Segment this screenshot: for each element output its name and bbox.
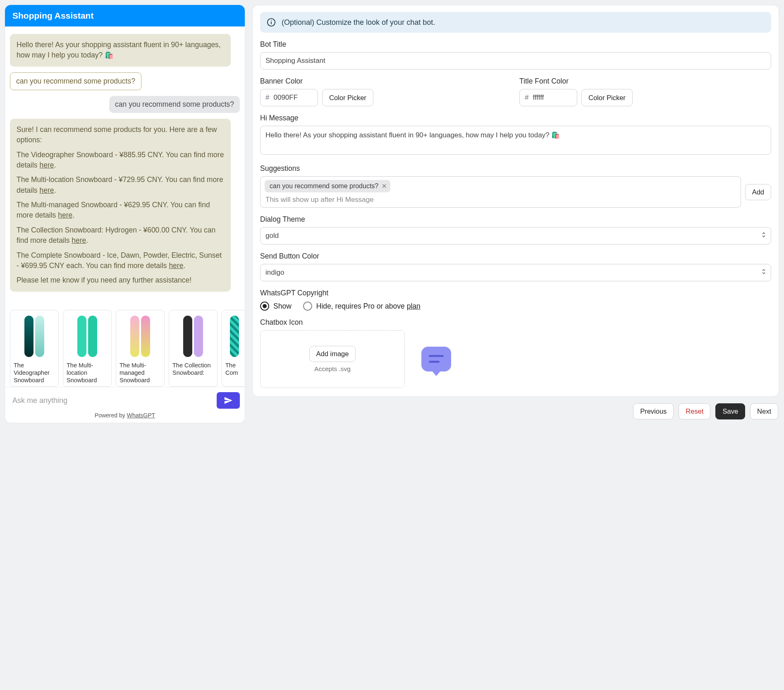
reply-link[interactable]: here bbox=[58, 211, 72, 219]
info-text: (Optional) Customize the look of your ch… bbox=[282, 18, 435, 27]
powered-link[interactable]: WhatsGPT bbox=[127, 412, 155, 419]
svg-point-2 bbox=[271, 20, 272, 21]
reply-intro: Sure! I can recommend some products for … bbox=[17, 125, 224, 146]
info-icon bbox=[267, 18, 276, 27]
reply-item: The Collection Snowboard: Hydrogen - ¥60… bbox=[17, 225, 224, 246]
previous-button[interactable]: Previous bbox=[633, 403, 674, 419]
wizard-footer: Previous Reset Save Next bbox=[252, 397, 779, 419]
bot-intro-bubble: Hello there! As your shopping assistant … bbox=[10, 34, 231, 67]
title-font-color-input[interactable]: # ffffff bbox=[519, 89, 577, 106]
reply-item: The Videographer Snowboard - ¥885.95 CNY… bbox=[17, 150, 224, 171]
chatbox-icon-preview bbox=[421, 347, 451, 371]
radio-icon bbox=[303, 302, 312, 311]
chat-input[interactable] bbox=[12, 396, 213, 405]
user-message: can you recommend some products? bbox=[109, 96, 240, 113]
copyright-hide-option[interactable]: Hide, requires Pro or above plan bbox=[303, 302, 421, 311]
settings-panel: (Optional) Customize the look of your ch… bbox=[252, 5, 779, 397]
label-send-button-color: Send Button Color bbox=[260, 252, 771, 261]
banner-color-input[interactable]: # 0090FF bbox=[260, 89, 318, 106]
reply-item: The Multi-managed Snowboard - ¥629.95 CN… bbox=[17, 200, 224, 221]
reply-outro: Please let me know if you need any furth… bbox=[17, 275, 224, 285]
copyright-show-option[interactable]: Show bbox=[260, 302, 292, 311]
suggestions-box[interactable]: can you recommend some products? ✕ This … bbox=[260, 176, 741, 208]
label-bot-title: Bot Title bbox=[260, 40, 771, 49]
radio-icon bbox=[260, 302, 269, 311]
product-card[interactable]: The Multi-managed Snowboard bbox=[116, 310, 165, 387]
label-chatbox-icon: Chatbox Icon bbox=[260, 318, 771, 327]
product-image bbox=[172, 314, 214, 359]
send-button-color-select[interactable]: indigo bbox=[260, 264, 771, 281]
product-strip: The Videographer Snowboard The Multi-loc… bbox=[5, 310, 245, 387]
product-image bbox=[67, 314, 108, 359]
product-name: The Multi-location Snowboard bbox=[67, 362, 108, 384]
send-button[interactable] bbox=[217, 392, 240, 409]
reply-link[interactable]: here bbox=[39, 161, 54, 169]
product-image bbox=[14, 314, 55, 359]
hi-message-input[interactable] bbox=[260, 126, 771, 155]
dialog-theme-select[interactable]: gold bbox=[260, 227, 771, 244]
reply-link[interactable]: here bbox=[169, 261, 183, 270]
send-icon bbox=[224, 396, 233, 405]
bot-reply-bubble: Sure! I can recommend some products for … bbox=[10, 119, 231, 292]
product-card[interactable]: The Collection Snowboard: bbox=[169, 310, 218, 387]
chat-preview-panel: Shopping Assistant Hello there! As your … bbox=[5, 5, 245, 423]
suggestions-placeholder: This will show up after Hi Message bbox=[265, 196, 736, 207]
product-image bbox=[225, 314, 243, 359]
plan-link[interactable]: plan bbox=[407, 302, 421, 310]
label-suggestions: Suggestions bbox=[260, 164, 771, 173]
title-font-color-picker-button[interactable]: Color Picker bbox=[581, 89, 633, 106]
reply-link[interactable]: here bbox=[39, 186, 54, 194]
info-banner: (Optional) Customize the look of your ch… bbox=[260, 12, 771, 33]
reply-item: The Complete Snowboard - Ice, Dawn, Powd… bbox=[17, 250, 224, 271]
product-name: The Multi-managed Snowboard bbox=[120, 362, 161, 384]
label-dialog-theme: Dialog Theme bbox=[260, 215, 771, 224]
product-name: The Videographer Snowboard bbox=[14, 362, 55, 384]
product-name: The Com bbox=[225, 362, 243, 376]
banner-color-picker-button[interactable]: Color Picker bbox=[322, 89, 373, 106]
reset-button[interactable]: Reset bbox=[679, 403, 710, 419]
label-title-font-color: Title Font Color bbox=[519, 77, 771, 86]
bot-title-input[interactable] bbox=[260, 52, 771, 69]
dropzone-hint: Accepts .svg bbox=[314, 365, 351, 373]
product-card[interactable]: The Videographer Snowboard bbox=[10, 310, 59, 387]
chat-body: Hello there! As your shopping assistant … bbox=[5, 26, 245, 310]
next-button[interactable]: Next bbox=[750, 403, 778, 419]
powered-by: Powered by WhatsGPT bbox=[5, 410, 245, 423]
reply-item: The Multi-location Snowboard - ¥729.95 C… bbox=[17, 175, 224, 196]
save-button[interactable]: Save bbox=[715, 403, 745, 419]
label-hi-message: Hi Message bbox=[260, 114, 771, 122]
product-image bbox=[120, 314, 161, 359]
suggestion-tag: can you recommend some products? ✕ bbox=[265, 180, 390, 192]
chat-title: Shopping Assistant bbox=[5, 5, 245, 26]
add-image-button[interactable]: Add image bbox=[309, 346, 356, 362]
label-banner-color: Banner Color bbox=[260, 77, 512, 86]
product-name: The Collection Snowboard: bbox=[172, 362, 214, 376]
label-copyright: WhatsGPT Copyright bbox=[260, 289, 771, 297]
product-card[interactable]: The Com bbox=[222, 310, 245, 387]
suggestion-chip[interactable]: can you recommend some products? bbox=[10, 72, 141, 90]
image-dropzone[interactable]: Add image Accepts .svg bbox=[260, 330, 405, 388]
add-suggestion-button[interactable]: Add bbox=[745, 184, 771, 200]
remove-tag-icon[interactable]: ✕ bbox=[382, 182, 387, 190]
reply-link[interactable]: here bbox=[72, 236, 86, 244]
product-card[interactable]: The Multi-location Snowboard bbox=[63, 310, 112, 387]
